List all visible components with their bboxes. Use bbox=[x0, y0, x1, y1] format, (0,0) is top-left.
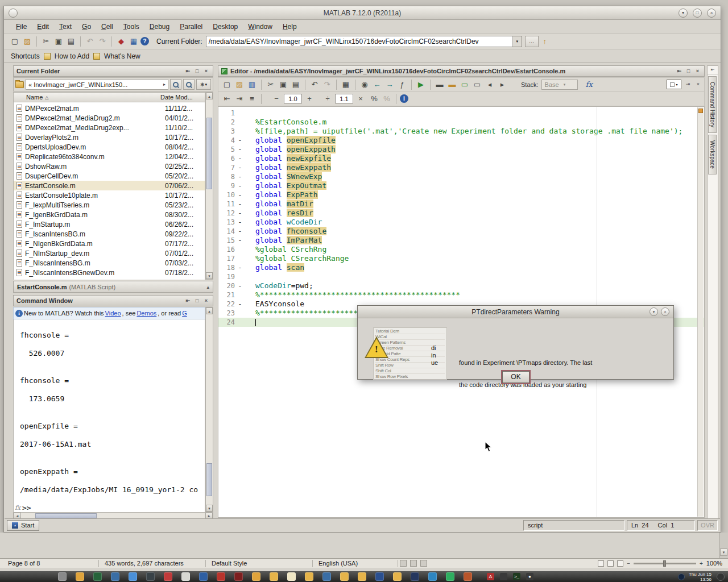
ok-button[interactable]: OK bbox=[502, 371, 530, 383]
dialog-close-button[interactable]: × bbox=[661, 307, 669, 316]
function-browser-icon[interactable]: fx bbox=[586, 80, 593, 89]
taskbar-app-icon[interactable] bbox=[270, 572, 278, 581]
taskbar-app-icon[interactable] bbox=[234, 572, 243, 581]
breakpoint-column[interactable]: - bbox=[237, 236, 243, 245]
breakpoint-column[interactable]: - bbox=[237, 136, 243, 145]
breakpoint-column[interactable]: - bbox=[237, 300, 243, 309]
find-icon[interactable]: ◉ bbox=[359, 79, 370, 90]
open-icon[interactable]: ▨ bbox=[234, 79, 245, 90]
open-file-icon[interactable]: ▨ bbox=[22, 36, 33, 47]
writer-status-icon[interactable] bbox=[410, 560, 417, 567]
eval-cell-icon[interactable]: ▭ bbox=[459, 79, 470, 90]
command-window-output[interactable]: fhconsole = 526.0007 fhconsole = 173.065… bbox=[13, 319, 205, 512]
file-row[interactable]: DshowRaw.m02/25/2... bbox=[14, 161, 205, 171]
file-row[interactable]: F_NIscanIntensBG.m07/03/2... bbox=[14, 258, 205, 268]
maximize-icon[interactable]: □ bbox=[685, 68, 692, 75]
increase-indent-icon[interactable]: ⇥ bbox=[234, 93, 245, 105]
column-date[interactable]: Date Mod... bbox=[160, 94, 193, 101]
taskbar-app-icon[interactable] bbox=[446, 572, 454, 581]
code-line[interactable]: 6-global newExpfile bbox=[218, 154, 704, 163]
paste-icon[interactable]: ▤ bbox=[65, 36, 77, 47]
tab-workspace[interactable]: Workspace bbox=[708, 135, 717, 174]
collapse-icon[interactable]: ▴ bbox=[206, 284, 209, 290]
breakpoint-column[interactable]: - bbox=[237, 190, 243, 199]
dialog-shade-button[interactable]: ▾ bbox=[650, 307, 658, 316]
smart-indent-icon[interactable]: ≡ bbox=[246, 93, 258, 105]
font-size-value[interactable]: 1.0 bbox=[284, 94, 302, 103]
menu-file[interactable]: File bbox=[11, 21, 32, 32]
file-row[interactable]: F_NIscanIntensBGnewDev.m07/18/2... bbox=[14, 268, 205, 277]
video-link[interactable]: Video bbox=[105, 310, 121, 317]
taskbar-app-icon[interactable] bbox=[287, 572, 296, 581]
dialog-titlebar[interactable]: PTdirectParameters Warning ▾ × bbox=[358, 306, 673, 318]
file-row[interactable]: DpertsUploadDev.m08/04/2... bbox=[14, 142, 205, 152]
menu-go[interactable]: Go bbox=[77, 21, 96, 32]
redo-icon[interactable]: ↷ bbox=[97, 36, 108, 47]
menu-edit[interactable]: Edit bbox=[32, 21, 54, 32]
code-line[interactable]: 2 %EstartConsole.m bbox=[218, 118, 704, 127]
taskbar-app-icon[interactable] bbox=[393, 572, 402, 581]
code-line[interactable]: 12-global resDir bbox=[218, 209, 704, 218]
command-window-scrollbar[interactable]: ▲ ▼ bbox=[205, 307, 213, 512]
taskbar-app-icon[interactable] bbox=[428, 572, 437, 581]
close-icon[interactable]: × bbox=[202, 68, 210, 75]
scroll-thumb[interactable] bbox=[206, 118, 212, 189]
scroll-down-icon[interactable]: ▼ bbox=[206, 272, 213, 279]
menu-tools[interactable]: Tools bbox=[118, 21, 144, 32]
taskbar-app-icon[interactable] bbox=[217, 572, 225, 581]
new-icon[interactable]: ▢ bbox=[221, 79, 233, 90]
comment-icon[interactable]: % bbox=[369, 93, 380, 105]
breakpoint-column[interactable]: - bbox=[237, 172, 243, 181]
decrease-indent-icon[interactable]: ⇤ bbox=[221, 93, 233, 105]
file-list-scrollbar[interactable]: ▲ ▼ bbox=[205, 92, 213, 280]
taskbar-app-icon[interactable] bbox=[375, 572, 384, 581]
taskbar-app-icon[interactable] bbox=[322, 572, 331, 581]
taskbar-app-icon[interactable] bbox=[76, 572, 84, 581]
tray-icon[interactable] bbox=[500, 573, 507, 580]
menu-parallel[interactable]: Parallel bbox=[175, 21, 208, 32]
divide-icon[interactable]: ÷ bbox=[322, 93, 333, 105]
file-row[interactable]: F_ImStartup.m06/26/2... bbox=[14, 219, 205, 229]
browse-button[interactable]: ... bbox=[525, 36, 539, 47]
start-button[interactable]: ▴ Start bbox=[7, 520, 39, 531]
taskbar-app-icon[interactable] bbox=[340, 572, 349, 581]
code-line[interactable]: 14-global fhconsole bbox=[218, 227, 704, 236]
tray-icon[interactable]: ● bbox=[526, 573, 533, 580]
taskbar-app-icon[interactable] bbox=[146, 572, 155, 581]
file-row[interactable]: EstartConsole10plate.m10/17/2... bbox=[14, 190, 205, 200]
file-row[interactable]: F_NIgenBkGrdData.m07/17/2... bbox=[14, 239, 205, 248]
cut-icon[interactable]: ✂ bbox=[40, 36, 52, 47]
fx-icon[interactable]: fx bbox=[15, 504, 22, 512]
indicator-strip[interactable] bbox=[697, 107, 704, 517]
details-icon[interactable]: i bbox=[400, 94, 408, 103]
file-row[interactable]: F_NImStartup_dev.m07/01/2... bbox=[14, 248, 205, 258]
close-icon[interactable]: × bbox=[694, 68, 701, 75]
breakpoint-column[interactable]: - bbox=[237, 227, 243, 236]
new-script-icon[interactable]: ▢ bbox=[9, 36, 20, 47]
scroll-up-icon[interactable]: ▲ bbox=[206, 307, 213, 314]
function-hints-icon[interactable]: ƒ bbox=[396, 79, 408, 90]
code-line[interactable]: 10-global ExpPath bbox=[218, 190, 704, 199]
how-to-add-link[interactable]: How to Add bbox=[55, 52, 89, 60]
taskbar-app-icon[interactable] bbox=[164, 572, 172, 581]
code-line[interactable]: 20-wCodeDir=pwd; bbox=[218, 281, 704, 290]
paste-icon[interactable]: ▤ bbox=[290, 79, 301, 90]
breakpoint-column[interactable] bbox=[237, 109, 243, 118]
scroll-thumb[interactable] bbox=[206, 463, 212, 496]
undock-icon[interactable]: ⇤ bbox=[676, 68, 683, 75]
guide-icon[interactable]: ▦ bbox=[128, 36, 139, 47]
taskbar-app-icon[interactable] bbox=[111, 572, 119, 581]
multiply-icon[interactable]: × bbox=[355, 93, 366, 105]
command-window-header[interactable]: Command Window ⇤□× bbox=[13, 295, 213, 306]
menu-desktop[interactable]: Desktop bbox=[208, 21, 243, 32]
dock-icon[interactable]: ⇤ bbox=[708, 66, 718, 74]
maximize-icon[interactable]: □ bbox=[193, 297, 201, 305]
taskbar-app-icon[interactable] bbox=[93, 572, 102, 581]
multi-page-view-icon[interactable] bbox=[607, 560, 614, 567]
close-button[interactable]: × bbox=[707, 9, 716, 18]
window-titlebar[interactable]: MATLAB 7.12.0 (R2011a) ▾ □ × bbox=[4, 6, 721, 20]
scroll-down-icon[interactable]: ▼ bbox=[206, 505, 213, 512]
writer-status-icon[interactable] bbox=[420, 560, 427, 567]
prompt-row[interactable]: fx>> bbox=[14, 504, 205, 512]
command-prompt[interactable]: >> bbox=[22, 504, 31, 512]
